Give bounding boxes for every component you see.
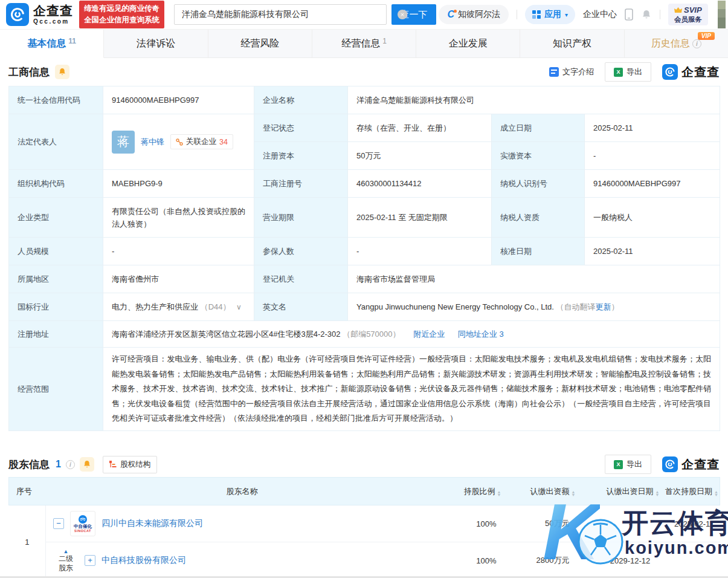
related-count: 34 [219,138,228,146]
sort-icons[interactable]: ▲▼ [714,490,718,496]
excel-icon: X [614,460,623,469]
sort-icons[interactable]: ▲▼ [497,490,501,496]
approval-date-label: 核准日期 [492,238,585,265]
english-name-cell: Yangpu Jinwuchuneng New Energy Technolog… [348,293,720,321]
tab-basic-info[interactable]: 基本信息 11 [0,30,104,58]
zhibi-alpha-icon: C [447,10,454,19]
col-invest-date[interactable]: 认缴出资日期▲▼ [599,478,662,505]
monitor-bell-button[interactable] [55,65,69,79]
text-intro-button[interactable]: 文字介绍 [549,67,594,77]
clear-search-icon[interactable]: × [398,10,407,19]
established-label: 成立日期 [492,114,585,142]
ratio-value: 100% [439,542,517,578]
amount-value: 50万元 [517,505,599,542]
tab-intellectual-property[interactable]: 知识产权 [520,30,624,57]
tab-company-development[interactable]: 企业发展 [416,30,520,57]
invest-date-value: - [599,505,662,542]
col-seq: 序号 [9,478,46,505]
enterprise-center-link[interactable]: 企业中心 [583,9,617,20]
col-shareholder-name: 股东名称 [46,478,439,505]
reg-status-label: 登记状态 [254,114,348,142]
legal-rep-avatar[interactable]: 蒋 [112,131,135,154]
apps-menu-button[interactable]: 应用 ▾ [525,5,575,24]
nearby-companies-link[interactable]: 附近企业 [413,330,445,339]
excel-icon: X [614,68,623,77]
col-amount[interactable]: 认缴出资额▲▼ [517,478,599,505]
notifications-bell-icon[interactable] [641,9,652,20]
document-icon [549,67,559,77]
taxpayer-id-label: 纳税人识别号 [492,170,585,198]
shareholder-link[interactable]: 四川中自未来能源有限公司 [101,518,203,529]
established-value: 2025-02-11 [585,114,720,142]
slogan-banner: 缔造有远见的商业传奇 全国企业信用查询系统 [79,1,164,28]
first-date-value: 2025-02-11 [662,505,720,542]
chevron-down-icon[interactable]: ∨ [236,303,242,311]
company-logo: 中自催化 SINOCAT [70,511,95,536]
scrollbar-fragment [718,1,726,28]
english-name-value: Yangpu Jinwuchuneng New Energy Technolog… [356,302,554,311]
same-address-link[interactable]: 同地址企业 3 [458,330,504,339]
approval-date-value: 2025-02-11 [585,238,720,265]
qcc-ring-icon [10,7,25,22]
tab-operation-info[interactable]: 经营信息 1 [312,30,416,57]
address-cell: 海南省洋浦经济开发区新英湾区信立花园小区4#住宅楼3层4-2-302 （邮编57… [103,321,720,348]
mobile-app-icon[interactable] [625,8,633,21]
shareholder-row: 1 − 中自催化 SINOCAT 四川中自未来能源有限公司 100% 50万元 … [9,505,720,542]
collapse-button[interactable]: − [53,518,64,529]
tab-label: 基本信息 [27,37,66,50]
search-input[interactable] [174,4,387,25]
tab-count: 11 [68,37,76,45]
tier-arrow-icon: ▲ [63,548,69,554]
info-icon[interactable]: i [66,460,75,469]
brand-text[interactable]: 企查查 Qcc.com [33,4,73,25]
divider [660,10,660,19]
sort-icons[interactable]: ▲▼ [656,490,660,496]
qcc-watermark-logo: 企查查 [662,456,720,473]
qcc-watermark-logo: 企查查 [662,64,720,80]
tab-history-info[interactable]: VIP 历史信息 i [625,30,728,57]
insured-count-value: - [348,238,492,265]
apps-grid-icon [532,10,541,19]
shareholders-title: 股东信息 [8,458,50,472]
qcc-company-page: 企查查 Qcc.com 缔造有远见的商业传奇 全国企业信用查询系统 × 查一下 … [0,0,728,578]
shareholder-link[interactable]: 中自科技股份有限公司 [101,555,186,566]
logo-text-cn: 中自催化 [74,524,92,529]
zhibi-alpha-button[interactable]: C 知彼阿尔法 [439,5,509,24]
org-chart-icon [109,461,117,468]
slogan-line-1: 缔造有远见的商业传奇 [84,3,159,15]
col-first-date[interactable]: 首次持股日期▲▼ [662,478,720,505]
sort-icons[interactable]: ▲▼ [572,490,576,496]
company-name-value: 洋浦金乌楚能新能源科技有限公司 [348,86,720,114]
registry-value: 海南省市场监督管理局 [348,265,720,293]
brand-domain: Qcc.com [33,19,73,25]
related-companies-badge[interactable]: 关联企业 34 [170,134,233,149]
translate-update-link[interactable]: 更新 [596,302,611,311]
scope-label: 经营范围 [9,348,103,431]
export-button[interactable]: X 导出 [605,62,651,82]
section-tabs: 基本信息 11 法律诉讼 经营风险 经营信息 1 企业发展 知识产权 VIP 历… [0,29,728,58]
export-button[interactable]: X 导出 [605,455,651,474]
monitor-bell-button[interactable] [80,457,94,472]
biz-term-value: 2025-02-11 至 无固定期限 [348,198,492,238]
tier-label[interactable]: ▲ 二级 股东 [53,548,79,573]
related-label: 关联企业 [186,137,216,147]
col-ratio[interactable]: 持股比例▲▼ [439,478,517,505]
tab-operation-risk[interactable]: 经营风险 [208,30,312,57]
info-icon[interactable]: i [692,39,701,48]
business-info-header: 工商信息 文字介绍 X 导出 企查查 [0,58,728,86]
ratio-value: 100% [439,505,517,542]
svip-sub-label: 会员服务 [674,15,702,24]
region-value: 海南省儋州市 [103,265,254,293]
expand-button[interactable]: + [85,555,95,566]
top-bar: 企查查 Qcc.com 缔造有远见的商业传奇 全国企业信用查询系统 × 查一下 … [0,0,728,29]
legal-rep-link[interactable]: 蒋中锋 [141,137,164,148]
equity-structure-button[interactable]: 股权结构 [103,456,157,473]
auto-translate-note-close: ） [611,302,619,311]
address-value: 海南省洋浦经济开发区新英湾区信立花园小区4#住宅楼3层4-2-302 [112,330,341,339]
svip-member-button[interactable]: SVIP 会员服务 [668,4,708,26]
reg-no-label: 工商注册号 [254,170,348,198]
svip-label: SVIP [684,5,702,15]
caret-down-icon: ▾ [565,11,568,18]
tab-legal-litigation[interactable]: 法律诉讼 [104,30,208,57]
qcc-logo-icon[interactable] [6,3,29,26]
